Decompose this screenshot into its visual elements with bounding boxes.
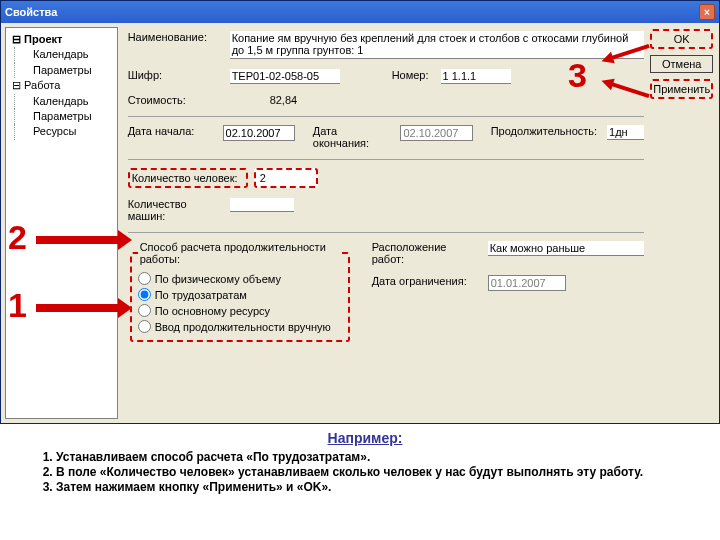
label-dend: Дата окончания: xyxy=(313,125,391,149)
arrow-1 xyxy=(36,304,120,312)
input-code[interactable]: ТЕР01-02-058-05 xyxy=(230,69,340,84)
tree-work-resources[interactable]: Ресурсы xyxy=(14,124,115,139)
radio-resource[interactable]: По основному ресурсу xyxy=(138,304,342,317)
label-name: Наименование: xyxy=(128,31,224,43)
instructions: Например: Устанавливаем способ расчета «… xyxy=(0,424,720,505)
input-machines[interactable] xyxy=(230,198,294,212)
label-dstart: Дата начала: xyxy=(128,125,217,137)
instruction-1: Устанавливаем способ расчета «По трудоза… xyxy=(56,450,700,464)
instruction-2: В поле «Количество человек» устанавливае… xyxy=(56,465,700,479)
input-dend: 02.10.2007 xyxy=(400,125,473,141)
label-machines: Количество машин: xyxy=(128,198,224,222)
tree-work[interactable]: Работа xyxy=(24,79,60,91)
select-placement[interactable]: Как можно раньше xyxy=(488,241,645,256)
apply-button[interactable]: Применить xyxy=(650,79,713,99)
tree-work-calendar[interactable]: Календарь xyxy=(14,94,115,109)
input-number[interactable]: 1 1.1.1 xyxy=(441,69,511,84)
input-dstart[interactable]: 02.10.2007 xyxy=(223,125,296,141)
close-icon[interactable]: × xyxy=(699,4,715,20)
label-duration: Продолжительность: xyxy=(491,125,597,137)
tree-project-calendar[interactable]: Календарь xyxy=(14,47,115,62)
label-code: Шифр: xyxy=(128,69,224,81)
label-cost: Стоимость: xyxy=(128,94,224,106)
annotation-2: 2 xyxy=(8,218,27,257)
radio-phys[interactable]: По физическому объему xyxy=(138,272,342,285)
arrow-2 xyxy=(36,236,120,244)
window-title: Свойства xyxy=(5,6,57,18)
input-dlimit: 01.01.2007 xyxy=(488,275,566,291)
value-cost: 82,84 xyxy=(230,94,320,106)
label-number: Номер: xyxy=(392,69,429,81)
tree-project[interactable]: Проект xyxy=(24,33,62,45)
instruction-3: Затем нажимаем кнопку «Применить» и «OK»… xyxy=(56,480,700,494)
calc-method-legend: Способ расчета продолжительности работы: xyxy=(138,241,342,265)
label-dlimit: Дата ограничения: xyxy=(372,275,482,287)
tree-work-params[interactable]: Параметры xyxy=(14,109,115,124)
annotation-3: 3 xyxy=(568,56,587,95)
input-duration[interactable]: 1дн xyxy=(607,125,644,140)
tree-project-params[interactable]: Параметры xyxy=(14,63,115,78)
radio-labor[interactable]: По трудозатратам xyxy=(138,288,342,301)
label-persons: Количество человек: xyxy=(128,168,248,188)
instructions-heading: Например: xyxy=(30,430,700,446)
ok-button[interactable]: OK xyxy=(650,29,713,49)
input-name[interactable]: Копание ям вручную без креплений для сто… xyxy=(230,31,645,59)
radio-manual[interactable]: Ввод продолжительности вручную xyxy=(138,320,342,333)
label-placement: Расположение работ: xyxy=(372,241,482,265)
calc-method-group: Способ расчета продолжительности работы:… xyxy=(130,241,350,342)
titlebar: Свойства × xyxy=(1,1,719,23)
cancel-button[interactable]: Отмена xyxy=(650,55,713,73)
annotation-1: 1 xyxy=(8,286,27,325)
input-persons[interactable]: 2 xyxy=(254,168,318,188)
